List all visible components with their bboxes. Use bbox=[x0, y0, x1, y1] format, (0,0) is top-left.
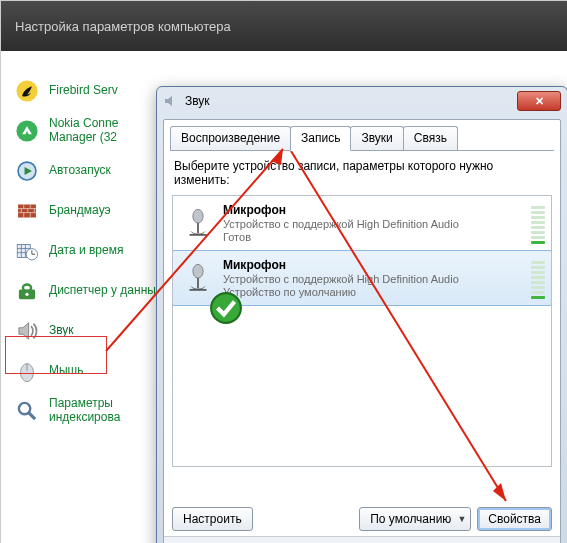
dialog-titlebar[interactable]: Звук ✕ bbox=[157, 87, 567, 115]
tab-communications[interactable]: Связь bbox=[403, 126, 458, 150]
svg-point-31 bbox=[193, 264, 203, 278]
cpl-item-datetime[interactable]: Дата и время bbox=[9, 231, 169, 271]
cpl-item-credential[interactable]: Диспетчер у данных bbox=[9, 271, 169, 311]
cpl-label: Дата и время bbox=[49, 244, 123, 258]
cpl-label: Мышь bbox=[49, 364, 84, 378]
svg-point-27 bbox=[19, 403, 30, 414]
indexing-icon bbox=[13, 397, 41, 425]
autoplay-icon bbox=[13, 157, 41, 185]
dialog-client: Воспроизведение Запись Звуки Связь Выбер… bbox=[163, 119, 561, 543]
cpl-label: Nokia Conne Manager (32 bbox=[49, 117, 165, 145]
control-panel-list: Firebird Serv Nokia Conne Manager (32 Ав… bbox=[9, 71, 169, 431]
svg-rect-4 bbox=[18, 205, 36, 218]
device-list[interactable]: Микрофон Устройство с поддержкой High De… bbox=[172, 195, 552, 467]
tab-sounds[interactable]: Звуки bbox=[350, 126, 403, 150]
set-default-dropdown[interactable]: По умолчанию ▼ bbox=[359, 507, 471, 531]
microphone-icon bbox=[173, 251, 223, 305]
cpl-item-sound[interactable]: Звук bbox=[9, 311, 169, 351]
svg-point-29 bbox=[193, 209, 203, 223]
cpl-item-nokia[interactable]: Nokia Conne Manager (32 bbox=[9, 111, 169, 151]
tab-recording[interactable]: Запись bbox=[290, 126, 351, 151]
sound-dialog: Звук ✕ Воспроизведение Запись Звуки Связ… bbox=[156, 86, 567, 543]
datetime-icon bbox=[13, 237, 41, 265]
cpl-label: Параметры индексирова bbox=[49, 397, 165, 425]
mouse-icon bbox=[13, 357, 41, 385]
device-button-row: Настроить По умолчанию ▼ Свойства bbox=[172, 507, 552, 531]
cpl-item-autoplay[interactable]: Автозапуск bbox=[9, 151, 169, 191]
firewall-icon bbox=[13, 197, 41, 225]
button-label: Настроить bbox=[183, 512, 242, 526]
button-label: По умолчанию bbox=[370, 512, 451, 526]
device-name: Микрофон bbox=[223, 258, 525, 272]
cpl-label: Диспетчер у данных bbox=[49, 284, 162, 298]
device-status: Готов bbox=[223, 231, 525, 243]
device-row[interactable]: Микрофон Устройство с поддержкой High De… bbox=[173, 196, 551, 251]
close-icon: ✕ bbox=[535, 95, 544, 108]
instruction-text: Выберите устройство записи, параметры ко… bbox=[164, 151, 560, 193]
tab-label: Звуки bbox=[361, 131, 392, 145]
nokia-icon bbox=[13, 117, 41, 145]
device-desc: Устройство с поддержкой High Definition … bbox=[223, 273, 525, 285]
dialog-title: Звук bbox=[185, 94, 517, 108]
cpl-item-mouse[interactable]: Мышь bbox=[9, 351, 169, 391]
credential-icon bbox=[13, 277, 41, 305]
configure-button[interactable]: Настроить bbox=[172, 507, 253, 531]
close-button[interactable]: ✕ bbox=[517, 91, 561, 111]
cpl-item-indexing[interactable]: Параметры индексирова bbox=[9, 391, 169, 431]
cpl-label: Брандмауэ bbox=[49, 204, 111, 218]
default-check-icon bbox=[209, 291, 225, 307]
cpl-item-firewall[interactable]: Брандмауэ bbox=[9, 191, 169, 231]
window-header: Настройка параметров компьютера bbox=[1, 1, 567, 51]
svg-point-24 bbox=[25, 293, 28, 296]
device-row[interactable]: Микрофон Устройство с поддержкой High De… bbox=[172, 250, 552, 306]
level-meter bbox=[531, 257, 545, 299]
svg-line-28 bbox=[29, 413, 36, 420]
sound-dialog-icon bbox=[163, 93, 179, 109]
tab-playback[interactable]: Воспроизведение bbox=[170, 126, 291, 150]
device-status: Устройство по умолчанию bbox=[223, 286, 525, 298]
dialog-button-row: OK Отмена Применить bbox=[164, 536, 560, 543]
device-name: Микрофон bbox=[223, 203, 525, 217]
content-area: Firebird Serv Nokia Conne Manager (32 Ав… bbox=[1, 51, 567, 543]
button-label: Свойства bbox=[488, 512, 541, 526]
cpl-label: Автозапуск bbox=[49, 164, 111, 178]
svg-point-33 bbox=[211, 293, 241, 323]
cpl-item-firebird[interactable]: Firebird Serv bbox=[9, 71, 169, 111]
firebird-icon bbox=[13, 77, 41, 105]
tab-label: Воспроизведение bbox=[181, 131, 280, 145]
tab-strip: Воспроизведение Запись Звуки Связь bbox=[164, 120, 560, 150]
tab-label: Запись bbox=[301, 131, 340, 145]
device-desc: Устройство с поддержкой High Definition … bbox=[223, 218, 525, 230]
cpl-label: Звук bbox=[49, 324, 74, 338]
window-header-title: Настройка параметров компьютера bbox=[15, 19, 231, 34]
chevron-down-icon: ▼ bbox=[457, 514, 466, 524]
cpl-label: Firebird Serv bbox=[49, 84, 118, 98]
properties-button[interactable]: Свойства bbox=[477, 507, 552, 531]
svg-rect-23 bbox=[23, 285, 31, 292]
level-meter bbox=[531, 202, 545, 244]
sound-icon bbox=[13, 317, 41, 345]
tab-label: Связь bbox=[414, 131, 447, 145]
microphone-icon bbox=[173, 196, 223, 250]
